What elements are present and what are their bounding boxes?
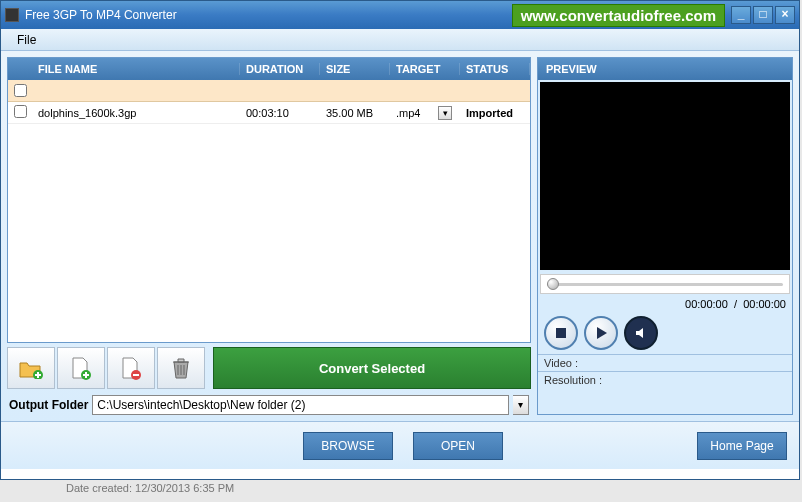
table-header: FILE NAME DURATION SIZE TARGET STATUS bbox=[8, 58, 530, 80]
url-banner: www.convertaudiofree.com bbox=[512, 4, 725, 27]
date-created-text: Date created: 12/30/2013 6:35 PM bbox=[0, 482, 802, 494]
convert-button[interactable]: Convert Selected bbox=[213, 347, 531, 389]
header-duration[interactable]: DURATION bbox=[240, 63, 320, 75]
time-total: 00:00:00 bbox=[743, 298, 786, 310]
output-folder-label: Output Folder bbox=[9, 398, 88, 412]
close-button[interactable]: × bbox=[775, 6, 795, 24]
row-filename: dolphins_1600k.3gp bbox=[32, 107, 240, 119]
delete-button[interactable] bbox=[157, 347, 205, 389]
app-icon bbox=[5, 8, 19, 22]
select-all-row bbox=[8, 80, 530, 102]
trash-icon bbox=[170, 356, 192, 380]
play-icon bbox=[594, 326, 608, 340]
header-size[interactable]: SIZE bbox=[320, 63, 390, 75]
footer: BROWSE OPEN Home Page bbox=[1, 421, 799, 469]
open-button[interactable]: OPEN bbox=[413, 432, 503, 460]
media-controls bbox=[538, 312, 792, 354]
minimize-button[interactable]: _ bbox=[731, 6, 751, 24]
preview-panel: PREVIEW 00:00:00 / 00:00:00 bbox=[537, 57, 793, 415]
row-checkbox[interactable] bbox=[14, 105, 27, 118]
stop-button[interactable] bbox=[544, 316, 578, 350]
menubar: File bbox=[1, 29, 799, 51]
preview-video bbox=[540, 82, 790, 270]
select-all-checkbox[interactable] bbox=[14, 84, 27, 97]
seek-thumb[interactable] bbox=[547, 278, 559, 290]
header-status[interactable]: STATUS bbox=[460, 63, 530, 75]
left-panel: FILE NAME DURATION SIZE TARGET STATUS do… bbox=[7, 57, 531, 415]
row-status: Imported bbox=[460, 107, 530, 119]
time-separator: / bbox=[734, 298, 737, 310]
header-target[interactable]: TARGET bbox=[390, 63, 460, 75]
output-folder-row: Output Folder ▾ bbox=[7, 395, 531, 415]
add-file-button[interactable] bbox=[57, 347, 105, 389]
content-area: FILE NAME DURATION SIZE TARGET STATUS do… bbox=[1, 51, 799, 421]
seek-track bbox=[547, 283, 783, 286]
row-target-value: .mp4 bbox=[396, 107, 420, 119]
resolution-info-row: Resolution : bbox=[538, 371, 792, 388]
table-row[interactable]: dolphins_1600k.3gp 00:03:10 35.00 MB .mp… bbox=[8, 102, 530, 124]
target-dropdown[interactable]: ▾ bbox=[438, 106, 452, 120]
output-folder-input[interactable] bbox=[92, 395, 509, 415]
home-page-button[interactable]: Home Page bbox=[697, 432, 787, 460]
row-duration: 00:03:10 bbox=[240, 107, 320, 119]
row-target: .mp4 ▾ bbox=[390, 106, 460, 120]
speaker-icon bbox=[634, 326, 648, 340]
maximize-button[interactable]: □ bbox=[753, 6, 773, 24]
preview-header: PREVIEW bbox=[538, 58, 792, 80]
window-buttons: _ □ × bbox=[731, 6, 795, 24]
seek-slider[interactable] bbox=[540, 274, 790, 294]
stop-icon bbox=[554, 326, 568, 340]
video-label: Video : bbox=[544, 357, 578, 369]
output-folder-dropdown[interactable]: ▾ bbox=[513, 395, 529, 415]
play-button[interactable] bbox=[584, 316, 618, 350]
file-remove-icon bbox=[120, 356, 142, 380]
app-window: Free 3GP To MP4 Converter www.convertaud… bbox=[0, 0, 800, 480]
remove-file-button[interactable] bbox=[107, 347, 155, 389]
volume-button[interactable] bbox=[624, 316, 658, 350]
time-display: 00:00:00 / 00:00:00 bbox=[538, 296, 792, 312]
add-folder-button[interactable] bbox=[7, 347, 55, 389]
file-table: FILE NAME DURATION SIZE TARGET STATUS do… bbox=[7, 57, 531, 343]
time-current: 00:00:00 bbox=[685, 298, 728, 310]
menu-file[interactable]: File bbox=[9, 31, 44, 49]
video-info-row: Video : bbox=[538, 354, 792, 371]
header-filename[interactable]: FILE NAME bbox=[32, 63, 240, 75]
browse-button[interactable]: BROWSE bbox=[303, 432, 393, 460]
folder-add-icon bbox=[18, 357, 44, 379]
file-add-icon bbox=[70, 356, 92, 380]
resolution-label: Resolution : bbox=[544, 374, 602, 386]
svg-rect-3 bbox=[556, 328, 566, 338]
toolbar: Convert Selected bbox=[7, 347, 531, 389]
titlebar[interactable]: Free 3GP To MP4 Converter www.convertaud… bbox=[1, 1, 799, 29]
window-title: Free 3GP To MP4 Converter bbox=[25, 8, 512, 22]
row-size: 35.00 MB bbox=[320, 107, 390, 119]
row-checkbox-cell bbox=[8, 105, 32, 120]
